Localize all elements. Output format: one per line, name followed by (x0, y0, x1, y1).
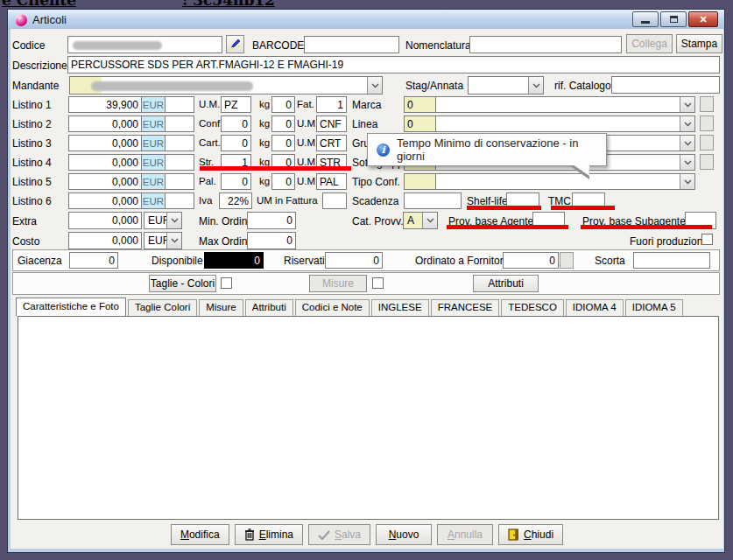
tab-taglie-colori[interactable]: Taglie Colori (128, 299, 197, 316)
costo-currency-combobox[interactable]: EUR (144, 232, 182, 249)
ordinato-fornitore-field[interactable]: 0 (503, 252, 559, 269)
codice-field[interactable] (67, 36, 222, 53)
tab-attributi[interactable]: Attributi (245, 299, 293, 316)
pen-icon (229, 38, 242, 51)
annulla-button: Annulla (437, 524, 493, 545)
listino4-price-field[interactable]: 0,000EUR (68, 154, 194, 171)
descrizione-field[interactable]: PERCUSSORE SDS PER ART.FMAGHI-12 E FMAGH… (67, 56, 720, 74)
max-ordine-field[interactable]: 0 (247, 232, 296, 249)
cart-field[interactable]: 0 (221, 135, 251, 151)
tab-caratteristiche-e-foto[interactable]: Caratteristiche e Foto (16, 298, 126, 316)
taglie-colori-checkbox[interactable] (221, 277, 232, 289)
marca-code-field[interactable]: 0 (404, 96, 436, 113)
extra-currency-combobox[interactable]: EUR (144, 212, 182, 229)
kg1-field[interactable]: 0 (271, 96, 295, 113)
kg2-field[interactable]: 0 (271, 116, 295, 132)
marca-browse-button[interactable] (700, 96, 714, 112)
listino2-price-field[interactable]: 0,000EUR (68, 116, 194, 132)
scorta-field[interactable] (633, 252, 710, 269)
mandante-dropdown-button[interactable] (367, 77, 382, 94)
kg5-label: kg (259, 176, 270, 186)
cat-provv-combobox[interactable]: A (403, 212, 438, 229)
mandante-combobox[interactable] (69, 76, 383, 94)
listino1-price-field[interactable]: 39,900EUR (68, 96, 194, 113)
costo-field[interactable]: 0,000 (68, 232, 142, 249)
attributi-button[interactable]: Attributi (473, 275, 539, 292)
rif-catalogo-label: rif. Catalogo (554, 80, 611, 92)
kg5-field[interactable]: 0 (271, 173, 295, 190)
tooltip-balloon: i Tempo Minimo di conservazione - in gio… (367, 133, 607, 166)
ordinato-browse-button[interactable] (560, 252, 574, 269)
title-bar[interactable]: Articoli ✕ (8, 10, 724, 30)
tab-tedesco[interactable]: TEDESCO (501, 299, 564, 316)
tab-francese[interactable]: FRANCESE (431, 299, 500, 316)
listino3-price-field[interactable]: 0,000EUR (68, 135, 194, 151)
linea-dropdown-button[interactable] (680, 116, 694, 131)
stampa-button[interactable]: Stampa (676, 34, 722, 53)
tipo-conf-label: Tipo Conf. (352, 176, 400, 188)
tab-inglese[interactable]: INGLESE (371, 299, 429, 316)
chevron-down-icon (371, 83, 379, 88)
chevron-down-icon (684, 160, 692, 165)
fat-field[interactable]: 1 (316, 96, 347, 113)
tab-idioma-5[interactable]: IDIOMA 5 (625, 299, 683, 316)
riservati-field[interactable]: 0 (325, 252, 383, 269)
sottogruppo-browse-button[interactable] (700, 154, 714, 170)
cat-provv-dropdown-button[interactable] (422, 213, 437, 228)
min-ordine-field[interactable]: 0 (247, 212, 296, 229)
close-button[interactable]: ✕ (688, 11, 718, 27)
kg2-label: kg (259, 118, 270, 129)
listino3-label: Listino 3 (12, 137, 52, 150)
listino6-price-field[interactable]: 0,000EUR (68, 192, 194, 209)
conf-field[interactable]: 0 (221, 116, 251, 132)
minimize-button[interactable] (632, 11, 659, 27)
scadenza-field[interactable] (404, 192, 462, 209)
marca-combobox[interactable] (435, 96, 695, 113)
sottogruppo-dropdown-button[interactable] (680, 155, 694, 170)
gruppo-dropdown-button[interactable] (680, 136, 694, 150)
um-fattura-field[interactable] (322, 192, 347, 209)
nomenclatura-field[interactable] (469, 36, 622, 53)
annotation-underline-str-row (200, 166, 351, 171)
extra-field[interactable]: 0,000 (68, 212, 142, 229)
extra-currency-dropdown-button[interactable] (166, 213, 181, 228)
nuovo-button[interactable]: Nuovo (376, 524, 432, 545)
stag-annata-dropdown-button[interactable] (528, 77, 543, 94)
pal-field[interactable]: 0 (221, 173, 251, 190)
um-conf-field[interactable]: CNF (316, 116, 347, 132)
misure-checkbox[interactable] (372, 277, 384, 289)
costo-currency-dropdown-button[interactable] (166, 233, 181, 248)
tab-misure[interactable]: Misure (199, 299, 243, 316)
fuori-produzione-checkbox[interactable] (701, 234, 713, 245)
kg3-field[interactable]: 0 (271, 135, 295, 151)
linea-browse-button[interactable] (700, 116, 714, 131)
kg3-label: kg (259, 137, 270, 148)
iva-label: Iva (199, 195, 212, 206)
stag-annata-combobox[interactable] (468, 76, 544, 94)
marca-dropdown-button[interactable] (680, 97, 694, 112)
elimina-button[interactable]: Elimina (235, 524, 303, 545)
tab-codici-e-note[interactable]: Codici e Note (295, 299, 370, 316)
gruppo-browse-button[interactable] (700, 135, 714, 150)
iva-field[interactable]: 22% (219, 192, 252, 209)
barcode-field[interactable] (304, 36, 399, 53)
mandante-label: Mandante (12, 80, 59, 92)
edit-pen-button[interactable] (226, 35, 244, 53)
linea-code-field[interactable]: 0 (404, 116, 436, 132)
tipo-conf-dropdown-button[interactable] (680, 174, 694, 189)
linea-combobox[interactable] (435, 116, 695, 132)
tipo-conf-combobox[interactable] (435, 173, 695, 190)
um-pal-field[interactable]: PAL (316, 173, 347, 190)
tab-idioma-4[interactable]: IDIOMA 4 (566, 299, 624, 316)
tipo-conf-code-field[interactable] (404, 173, 436, 190)
modifica-button[interactable]: Modifica (171, 524, 229, 545)
door-icon (508, 528, 519, 541)
listino5-price-field[interactable]: 0,000EUR (68, 173, 194, 190)
chiudi-button[interactable]: Chiudi (498, 524, 563, 545)
rif-catalogo-field[interactable] (611, 76, 720, 94)
um-field[interactable]: PZ (221, 96, 251, 113)
um-cart-field[interactable]: CRT (316, 135, 347, 151)
maximize-button[interactable] (660, 11, 687, 27)
giacenza-field[interactable]: 0 (69, 252, 118, 269)
taglie-colori-button[interactable]: Taglie - Colori (149, 275, 216, 292)
